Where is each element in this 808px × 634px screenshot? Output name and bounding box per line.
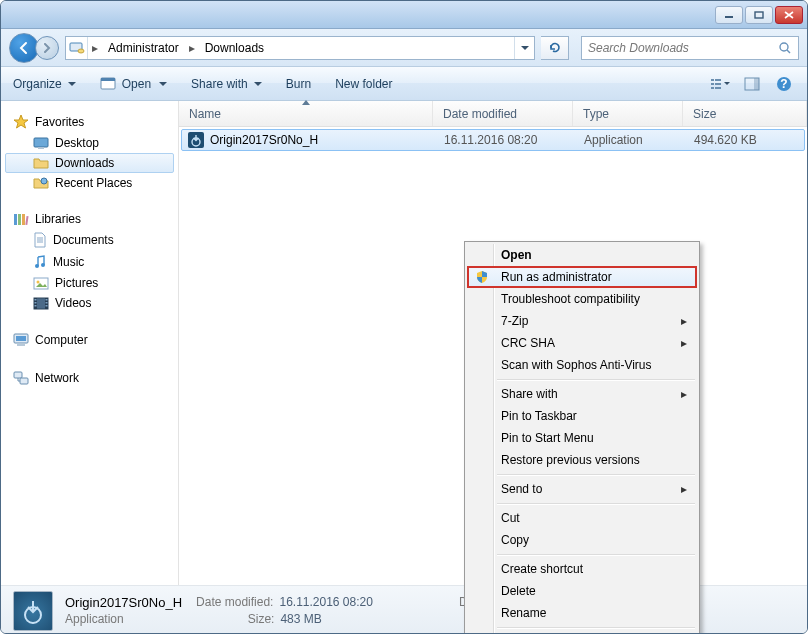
network-icon	[13, 370, 29, 386]
file-name-cell: Origin2017Sr0No_H	[182, 132, 434, 148]
status-file-type: Application	[65, 612, 124, 626]
share-with-menu[interactable]: Share with	[191, 77, 262, 91]
svg-rect-23	[25, 216, 28, 225]
breadcrumb-dropdown[interactable]	[514, 37, 534, 59]
svg-rect-14	[754, 78, 759, 90]
svg-rect-35	[46, 302, 48, 304]
file-row[interactable]: Origin2017Sr0No_H 16.11.2016 08:20 Appli…	[181, 129, 805, 151]
burn-button[interactable]: Burn	[286, 77, 311, 91]
toolbar: Organize Open Share with Burn New folder…	[1, 67, 807, 101]
ctx-cut[interactable]: Cut	[467, 507, 697, 529]
svg-rect-1	[755, 12, 763, 18]
ctx-scan[interactable]: Scan with Sophos Anti-Virus	[467, 354, 697, 376]
search-placeholder: Search Downloads	[588, 41, 689, 55]
ctx-pin-taskbar[interactable]: Pin to Taskbar	[467, 405, 697, 427]
libraries-icon	[13, 212, 29, 226]
file-size-cell: 494.620 KB	[684, 133, 804, 147]
ctx-restore-versions[interactable]: Restore previous versions	[467, 449, 697, 471]
search-icon	[778, 41, 792, 55]
chevron-right-icon[interactable]: ▸	[185, 37, 199, 59]
help-button[interactable]: ?	[773, 74, 795, 94]
breadcrumb-bar[interactable]: ▸ Administrator ▸ Downloads	[65, 36, 535, 60]
ctx-7zip[interactable]: 7-Zip▸	[467, 310, 697, 332]
sidebar-pictures[interactable]: Pictures	[5, 273, 174, 293]
forward-button[interactable]	[35, 36, 59, 60]
sidebar-recent-places[interactable]: Recent Places	[5, 173, 174, 193]
svg-point-19	[41, 178, 47, 184]
svg-rect-6	[101, 78, 115, 81]
sidebar-computer[interactable]: Computer	[5, 329, 174, 351]
context-menu: Open Run as administrator Troubleshoot c…	[464, 241, 700, 634]
close-button[interactable]	[775, 6, 803, 24]
svg-point-25	[41, 263, 45, 267]
ctx-share-with[interactable]: Share with▸	[467, 383, 697, 405]
sidebar-downloads[interactable]: Downloads	[5, 153, 174, 173]
music-icon	[33, 254, 47, 270]
minimize-button[interactable]	[715, 6, 743, 24]
new-folder-button[interactable]: New folder	[335, 77, 392, 91]
file-type-cell: Application	[574, 133, 684, 147]
ctx-delete[interactable]: Delete	[467, 580, 697, 602]
ctx-crc-sha[interactable]: CRC SHA▸	[467, 332, 697, 354]
svg-rect-18	[38, 147, 44, 149]
column-size[interactable]: Size	[683, 101, 807, 126]
svg-rect-21	[18, 214, 21, 225]
svg-rect-33	[35, 305, 37, 307]
ctx-open[interactable]: Open	[467, 244, 697, 266]
separator	[497, 503, 695, 504]
ctx-run-as-administrator[interactable]: Run as administrator	[467, 266, 697, 288]
ctx-pin-start[interactable]: Pin to Start Menu	[467, 427, 697, 449]
file-thumbnail	[13, 591, 53, 631]
ctx-copy[interactable]: Copy	[467, 529, 697, 551]
breadcrumb-administrator[interactable]: Administrator	[102, 37, 185, 59]
column-date-modified[interactable]: Date modified	[433, 101, 573, 126]
status-file-name: Origin2017Sr0No_H	[65, 595, 182, 610]
sidebar-libraries[interactable]: Libraries	[5, 209, 174, 229]
column-type[interactable]: Type	[573, 101, 683, 126]
separator	[497, 379, 695, 380]
shield-icon	[474, 269, 490, 285]
preview-pane-button[interactable]	[741, 74, 763, 94]
sidebar-network[interactable]: Network	[5, 367, 174, 389]
svg-rect-20	[14, 214, 17, 225]
maximize-button[interactable]	[745, 6, 773, 24]
ctx-rename[interactable]: Rename	[467, 602, 697, 624]
svg-rect-17	[34, 138, 48, 147]
status-date-modified-value: 16.11.2016 08:20	[279, 595, 372, 610]
videos-icon	[33, 296, 49, 310]
svg-rect-32	[35, 302, 37, 304]
svg-rect-10	[715, 83, 721, 85]
svg-rect-22	[22, 214, 25, 225]
sidebar-favorites[interactable]: Favorites	[5, 111, 174, 133]
svg-point-4	[780, 43, 788, 51]
ctx-create-shortcut[interactable]: Create shortcut	[467, 558, 697, 580]
svg-rect-39	[17, 344, 25, 346]
computer-icon[interactable]	[66, 37, 88, 59]
document-icon	[33, 232, 47, 248]
sidebar-desktop[interactable]: Desktop	[5, 133, 174, 153]
open-button[interactable]: Open	[100, 77, 167, 91]
view-options-button[interactable]	[709, 74, 731, 94]
svg-text:?: ?	[780, 77, 787, 91]
svg-rect-40	[14, 372, 22, 378]
navigation-pane: Favorites Desktop Downloads Recent Place…	[1, 101, 179, 585]
svg-rect-36	[46, 305, 48, 307]
svg-rect-7	[711, 79, 714, 81]
svg-rect-0	[725, 16, 733, 18]
svg-rect-12	[715, 87, 721, 89]
refresh-button[interactable]	[541, 36, 569, 60]
organize-menu[interactable]: Organize	[13, 77, 76, 91]
sidebar-documents[interactable]: Documents	[5, 229, 174, 251]
separator	[497, 554, 695, 555]
sidebar-music[interactable]: Music	[5, 251, 174, 273]
breadcrumb-downloads[interactable]: Downloads	[199, 37, 270, 59]
ctx-troubleshoot[interactable]: Troubleshoot compatibility	[467, 288, 697, 310]
svg-point-24	[35, 264, 39, 268]
ctx-send-to[interactable]: Send to▸	[467, 478, 697, 500]
search-input[interactable]: Search Downloads	[581, 36, 799, 60]
status-size-value: 483 MB	[280, 612, 321, 626]
chevron-right-icon[interactable]: ▸	[88, 37, 102, 59]
svg-rect-26	[34, 278, 48, 289]
column-name[interactable]: Name	[179, 101, 433, 126]
sidebar-videos[interactable]: Videos	[5, 293, 174, 313]
